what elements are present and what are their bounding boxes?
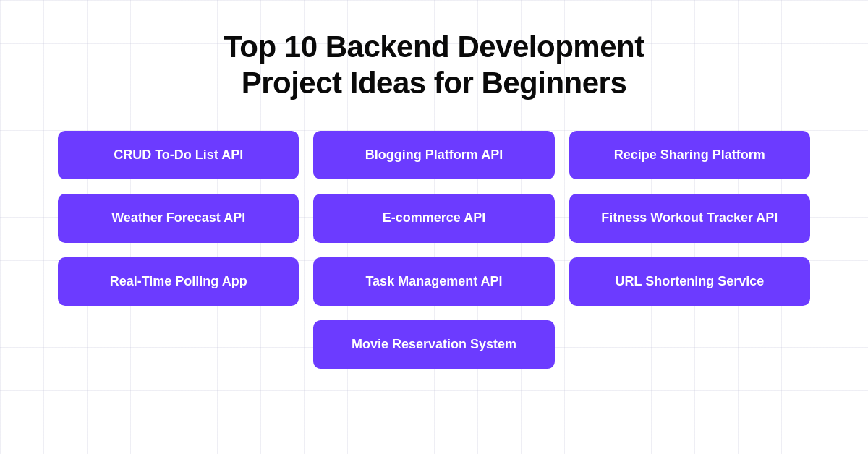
card-ecommerce-api[interactable]: E-commerce API bbox=[313, 194, 554, 242]
page-container: Top 10 Backend Development Project Ideas… bbox=[0, 0, 868, 454]
card-crud-todo[interactable]: CRUD To-Do List API bbox=[58, 131, 299, 179]
card-realtime-polling[interactable]: Real-Time Polling App bbox=[58, 257, 299, 306]
card-fitness-tracker[interactable]: Fitness Workout Tracker API bbox=[569, 194, 810, 242]
card-weather-forecast[interactable]: Weather Forecast API bbox=[58, 194, 299, 242]
card-blogging-api[interactable]: Blogging Platform API bbox=[313, 131, 554, 179]
card-recipe-sharing[interactable]: Recipe Sharing Platform bbox=[569, 131, 810, 179]
cards-grid: CRUD To-Do List API Blogging Platform AP… bbox=[58, 131, 810, 369]
card-task-management[interactable]: Task Management API bbox=[313, 257, 554, 306]
card-movie-reservation[interactable]: Movie Reservation System bbox=[313, 320, 554, 369]
card-url-shortening[interactable]: URL Shortening Service bbox=[569, 257, 810, 306]
page-title: Top 10 Backend Development Project Ideas… bbox=[224, 29, 644, 102]
